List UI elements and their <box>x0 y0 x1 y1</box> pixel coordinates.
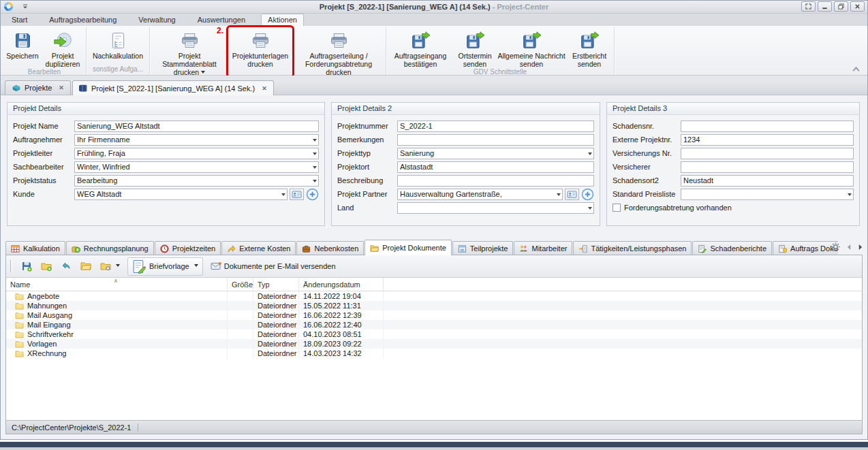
ribbon-tab-aktionen[interactable]: Aktionen <box>261 14 304 27</box>
auftragserteilung-drucken-button[interactable]: Auftragserteilung / Forderungsabtretung … <box>294 27 384 76</box>
close-icon[interactable]: ✕ <box>59 84 64 91</box>
projekttyp-combo[interactable]: Sanierung <box>397 148 594 159</box>
field-label: Kunde <box>13 190 74 198</box>
chevron-down-icon <box>588 207 592 212</box>
calculation-icon <box>11 244 20 253</box>
column-header-aenderungsdatum[interactable]: Änderungsdatum <box>299 278 384 291</box>
sort-ascending-icon: ∧ <box>114 278 118 284</box>
column-header-groesse[interactable]: Größe <box>228 278 253 291</box>
schadensnr-input[interactable] <box>681 120 854 132</box>
versicherer-input[interactable] <box>681 161 854 173</box>
app-logo-icon[interactable] <box>3 1 14 12</box>
panel-projekt-details-3: Projekt Details 3 Schadensnr. Externe Pr… <box>606 102 860 226</box>
tab-teilprojekte[interactable]: Teilprojekte <box>452 241 514 255</box>
documents-toolbar: Briefvorlage Dokumente per E-Mail versen… <box>6 255 862 278</box>
allgemeine-nachricht-senden-button[interactable]: Allgemeine Nachricht senden <box>497 27 565 68</box>
tab-settings-gear-icon[interactable] <box>831 242 841 252</box>
open-folder-button[interactable] <box>79 259 93 273</box>
scroll-tabs-left-icon[interactable] <box>847 244 852 250</box>
invoice-planning-icon <box>72 244 80 253</box>
table-row[interactable]: Mail Eingang Dateiordner 16.06.2022 12:4… <box>6 320 862 330</box>
versicherungs-nr-input[interactable] <box>681 148 854 159</box>
minimize-button[interactable] <box>818 1 832 12</box>
projektstatus-combo[interactable]: Bearbeitung <box>74 175 319 187</box>
ribbon-tab-auswertungen[interactable]: Auswertungen <box>191 14 251 26</box>
collapse-ribbon-icon[interactable] <box>852 66 860 72</box>
erstbericht-senden-button[interactable]: Erstbericht senden <box>567 27 612 68</box>
close-button[interactable] <box>850 1 865 12</box>
auftragseingang-bestaetigen-button[interactable]: Auftragseingang bestätigen <box>388 27 452 68</box>
close-icon[interactable]: ✕ <box>262 85 267 92</box>
projekt-name-input[interactable] <box>74 120 319 132</box>
button-label: Briefvorlage <box>149 262 189 270</box>
briefvorlage-button[interactable]: Briefvorlage <box>127 257 203 276</box>
projektunterlagen-drucken-button[interactable]: 2. Projektunterlagen drucken <box>228 27 292 76</box>
floppy-send-icon <box>465 29 485 52</box>
contact-card-button[interactable] <box>565 189 579 200</box>
ribbon-tab-auftragsbearbeitung[interactable]: Auftragsbearbeitung <box>43 14 123 26</box>
tab-rechnungsplanung[interactable]: Rechnungsplanung <box>66 241 154 255</box>
table-row[interactable]: Schriftverkehr Dateiordner 04.10.2023 08… <box>6 330 862 339</box>
new-folder-button[interactable] <box>40 259 53 273</box>
externe-projektnr-input[interactable] <box>681 134 854 146</box>
beschreibung-input[interactable] <box>397 175 594 187</box>
add-partner-button[interactable] <box>581 188 594 201</box>
sachbearbeiter-combo[interactable]: Winter, Winfried <box>74 161 319 173</box>
auftragnehmer-combo[interactable]: Ihr Firmenname <box>74 134 319 146</box>
projektort-input[interactable] <box>397 161 594 173</box>
email-documents-button[interactable]: Dokumente per E-Mail versenden <box>209 259 337 273</box>
speichern-button[interactable]: Speichern <box>5 27 40 68</box>
contact-card-button[interactable] <box>290 189 304 200</box>
column-header-typ[interactable]: Typ <box>253 278 299 291</box>
tab-kalkulation[interactable]: Kalkulation <box>5 241 65 255</box>
save-document-button[interactable] <box>20 259 33 273</box>
briefcase-icon <box>302 244 311 253</box>
main-content: Projekt Details Projekt Name Auftragnehm… <box>0 95 868 440</box>
doc-tab-projekte[interactable]: Projekte ✕ <box>5 80 71 95</box>
projektleiter-combo[interactable]: Frühling, Fraja <box>74 148 319 159</box>
table-row[interactable]: Angebote Dateiordner 14.11.2022 19:04 <box>6 291 862 301</box>
projects-cube-icon <box>12 83 21 93</box>
ribbon-tab-start[interactable]: Start <box>5 14 33 26</box>
land-combo[interactable] <box>397 202 594 214</box>
tab-projektzeiten[interactable]: Projektzeiten <box>155 241 221 255</box>
forderungsabtretung-checkbox[interactable] <box>613 204 621 212</box>
fullscreen-button[interactable] <box>801 1 816 12</box>
folder-add-icon <box>41 261 52 272</box>
ortstermin-senden-button[interactable]: Ortstermin senden <box>454 27 496 68</box>
status-path-bar: C:\ProjectCenter\Projekte\S_2022-1 <box>6 420 862 434</box>
tab-nebenkosten[interactable]: Nebenkosten <box>296 241 364 255</box>
kunde-combo[interactable]: WEG Altstadt <box>74 189 288 200</box>
undo-button[interactable] <box>59 259 73 273</box>
field-label: Standard Preisliste <box>613 190 681 198</box>
tab-taetigkeiten-leistungsphasen[interactable]: Tätigkeiten/Leistungsphasen <box>573 241 692 255</box>
bemerkungen-input[interactable] <box>397 134 594 146</box>
folder-icon <box>15 321 24 329</box>
table-row[interactable]: XRechnung Dateiordner 14.03.2023 14:32 <box>6 349 862 358</box>
projekt-partner-combo[interactable]: Hausverwaltung Gartenstraße, <box>397 189 563 200</box>
title-bar: Projekt [S_2022-1] [Sanierung_WEG A] (14… <box>0 0 868 14</box>
table-row[interactable]: Vorlagen Dateiordner 18.09.2023 09:22 <box>6 339 862 349</box>
folder-options-button[interactable] <box>99 259 121 273</box>
toolbar-grip[interactable] <box>10 260 12 272</box>
projektnummer-input[interactable] <box>397 120 594 132</box>
scroll-tabs-right-icon[interactable] <box>858 244 863 250</box>
projekt-duplizieren-button[interactable]: Projekt duplizieren <box>42 27 84 68</box>
table-row[interactable]: Mahnungen Dateiordner 15.05.2022 11:31 <box>6 301 862 310</box>
tab-projekt-dokumente[interactable]: Projekt Dokumente <box>365 240 452 255</box>
restore-button[interactable] <box>834 1 848 12</box>
add-kunde-button[interactable] <box>306 188 319 201</box>
quick-access-dropdown-icon[interactable] <box>22 4 29 10</box>
panel-title: Projekt Details <box>7 103 324 115</box>
stammdatenblatt-drucken-button[interactable]: Projekt Stammdatenblatt drucken <box>152 27 227 76</box>
table-row[interactable]: Mail Ausgang Dateiordner 16.06.2022 12:3… <box>6 310 862 320</box>
tab-auftrags-dokumente[interactable]: Auftrags Dokumente <box>773 241 838 255</box>
tab-externe-kosten[interactable]: Externe Kosten <box>221 241 296 255</box>
schadensort2-input[interactable] <box>681 175 854 187</box>
tab-schadenberichte[interactable]: Schadenberichte <box>692 241 772 255</box>
tab-mitarbeiter[interactable]: Mitarbeiter <box>514 241 572 255</box>
standard-preisliste-combo[interactable] <box>681 189 854 200</box>
ribbon-tab-verwaltung[interactable]: Verwaltung <box>132 14 181 26</box>
doc-tab-projekt-s-2022-1[interactable]: Projekt [S_2022-1] [Sanierung_WEG A] (14… <box>72 80 274 95</box>
nachkalkulation-button[interactable]: Nachkalkulation <box>89 27 147 65</box>
